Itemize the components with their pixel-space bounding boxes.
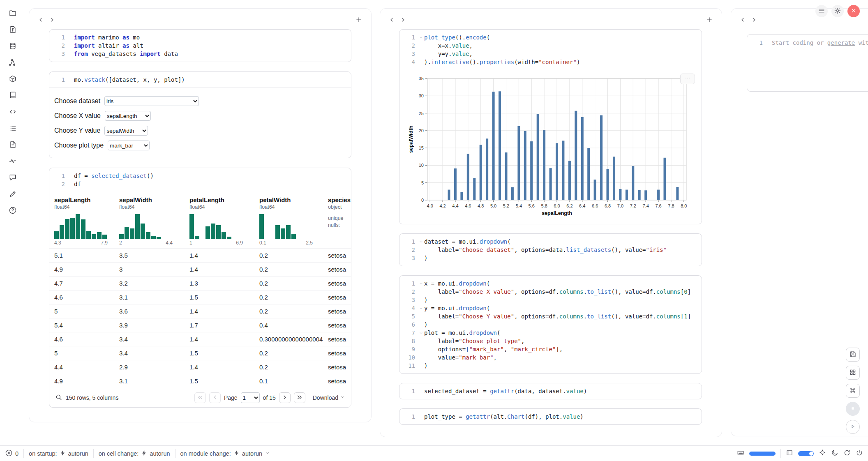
table-cell: setosa (328, 249, 351, 262)
layout-grid-button[interactable] (846, 366, 860, 380)
svg-text:25: 25 (419, 111, 424, 116)
scratchpad-button[interactable] (5, 140, 20, 150)
ai-assistant-button[interactable] (819, 449, 826, 458)
y-value-select[interactable]: sepalWidth (104, 126, 148, 136)
column-move-right-button[interactable] (397, 15, 409, 25)
restart-kernel-button[interactable] (843, 449, 851, 458)
save-button[interactable] (846, 348, 860, 362)
column-move-left-button[interactable] (386, 15, 397, 25)
chevron-left-icon (388, 16, 395, 25)
run-all-button[interactable] (846, 420, 860, 434)
column-move-right-button[interactable] (46, 15, 58, 25)
chart-output: 4.04.24.44.64.85.05.25.45.65.86.06.26.46… (399, 70, 702, 224)
code-editor-dataset[interactable]: 1dataset = mo.ui.dropdown(2 label="Choos… (399, 234, 702, 266)
scratchpad-icon (9, 141, 17, 150)
column-header[interactable]: petalWidthfloat64 (259, 192, 328, 210)
chat-button[interactable] (5, 173, 20, 183)
page-select[interactable]: 1 (241, 392, 260, 403)
on-module-change-chip[interactable]: on module change: autorun (180, 450, 270, 457)
table-cell: 3 (119, 263, 189, 276)
new-cell-editor[interactable]: 1 Start coding or generate with AI (747, 34, 868, 92)
fold-chevron-icon[interactable] (418, 279, 424, 288)
table-cell: 3.1 (119, 374, 189, 388)
column-header[interactable]: sepalWidthfloat64 (119, 192, 189, 210)
column-move-right-button[interactable] (748, 15, 760, 25)
plus-icon (355, 16, 362, 25)
left-toolbar (0, 0, 25, 452)
next-page-button[interactable] (279, 392, 291, 403)
form-row-plot-type: Choose plot type mark_bar (54, 138, 346, 153)
code-editor-selected-dataset[interactable]: 1selected_dataset = getattr(data, datase… (399, 383, 702, 399)
code-editor-dropdowns[interactable]: 1x = mo.ui.dropdown(2 label="Choose X va… (399, 276, 702, 373)
documentation-button[interactable] (5, 90, 20, 101)
panel-icon (786, 449, 793, 458)
last-page-button[interactable] (294, 392, 305, 403)
download-button[interactable]: Download (313, 394, 345, 401)
pen-button[interactable] (5, 189, 20, 200)
column-move-left-button[interactable] (35, 15, 46, 25)
dependency-graph-button[interactable] (5, 58, 20, 68)
x-value-select[interactable]: sepalLength (105, 111, 151, 121)
tracing-button[interactable] (5, 156, 20, 167)
column-header[interactable]: speciesobject (328, 192, 351, 210)
vstack-output: Choose dataset iris Choose X value sepal… (49, 88, 351, 158)
datasources-button[interactable] (5, 41, 20, 52)
command-palette-button[interactable] (846, 384, 860, 398)
on-cell-change-chip[interactable]: on cell change: autorun (99, 450, 170, 457)
column-header[interactable]: sepalLengthfloat64 (54, 192, 119, 210)
help-button[interactable] (5, 205, 20, 216)
search-icon[interactable] (55, 394, 62, 402)
theme-toggle-button[interactable] (831, 449, 838, 458)
stop-button[interactable] (846, 402, 860, 416)
line-number: 4 (403, 58, 418, 66)
notebook-menu-button[interactable] (815, 5, 828, 17)
table-cell: 0.2 (259, 346, 328, 360)
keyboard-shortcuts-button[interactable] (737, 449, 744, 458)
svg-text:30: 30 (419, 93, 424, 98)
marimo-file-button[interactable] (5, 25, 20, 35)
snippets-button[interactable] (5, 107, 20, 118)
table-cell: setosa (328, 318, 351, 332)
add-cell-button[interactable] (704, 15, 715, 25)
fold-chevron-icon[interactable] (418, 304, 424, 312)
prev-page-button[interactable] (209, 392, 221, 403)
column-header[interactable]: petalLengthfloat64 (189, 192, 259, 210)
packages-button[interactable] (5, 74, 20, 85)
line-number: 8 (403, 337, 418, 345)
code-editor-df[interactable]: 1df = selected_dataset()2df (49, 168, 351, 192)
error-indicator[interactable]: 0 (5, 449, 18, 458)
first-page-button[interactable] (194, 392, 206, 403)
code-line: 1dataset = mo.ui.dropdown( (403, 237, 697, 246)
logs-button[interactable] (5, 123, 20, 134)
mode-toggle[interactable] (798, 451, 814, 456)
altair-bar-chart[interactable]: 4.04.24.44.64.85.05.25.45.65.86.06.26.46… (407, 74, 697, 221)
code-editor-imports[interactable]: 1import marimo as mo2import altair as al… (49, 30, 351, 62)
code-line: 3from vega_datasets import data (53, 50, 346, 58)
code-editor-chart[interactable]: 1plot_type().encode(2 x=x.value,3 y=y.va… (399, 30, 702, 70)
add-cell-button[interactable] (353, 15, 365, 25)
dataset-select[interactable]: iris (104, 96, 199, 106)
code-editor-plot-type[interactable]: 1plot_type = getattr(alt.Chart(df), plot… (399, 409, 702, 424)
table-cell: setosa (328, 360, 351, 374)
fold-chevron-icon[interactable] (418, 329, 424, 337)
settings-button[interactable] (831, 5, 844, 17)
chart-actions-button[interactable] (680, 74, 695, 84)
choose-plot-type-label: Choose plot type (54, 142, 104, 149)
close-button[interactable] (847, 5, 860, 17)
panel-toggle-button[interactable] (786, 449, 793, 458)
code-editor-vstack[interactable]: 1mo.vstack([dataset, x, y, plot]) (49, 72, 351, 88)
refresh-icon (843, 449, 851, 458)
bolt-icon (233, 450, 240, 457)
file-explorer-button[interactable] (5, 8, 20, 19)
chevron-left-icon (37, 16, 44, 25)
code-line: 2 label="Choose X value", options=df.col… (403, 288, 697, 296)
svg-text:35: 35 (419, 76, 424, 81)
on-startup-chip[interactable]: on startup: autorun (29, 450, 88, 457)
column-move-left-button[interactable] (737, 15, 748, 25)
generate-link[interactable]: generate (827, 39, 855, 46)
fold-chevron-icon[interactable] (418, 237, 424, 246)
plot-type-select[interactable]: mark_bar (108, 141, 150, 150)
fold-chevron-icon[interactable] (418, 33, 424, 41)
code-line: 8 label="Choose plot type", (403, 337, 697, 345)
shutdown-button[interactable] (856, 449, 863, 458)
